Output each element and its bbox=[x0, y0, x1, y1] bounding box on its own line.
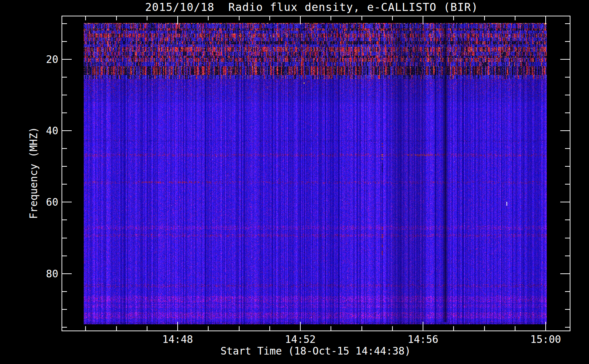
axis-tick bbox=[545, 16, 546, 24]
axis-tick bbox=[565, 77, 570, 78]
axis-tick bbox=[62, 77, 67, 78]
axis-tick bbox=[269, 16, 270, 20]
axis-tick bbox=[423, 322, 423, 331]
axis-tick bbox=[453, 16, 454, 20]
axis-tick bbox=[208, 16, 209, 20]
axis-tick bbox=[62, 291, 67, 292]
axis-tick bbox=[361, 326, 362, 331]
axis-tick bbox=[62, 23, 67, 24]
axis-tick bbox=[62, 59, 72, 60]
axis-tick bbox=[62, 256, 67, 256]
axis-tick bbox=[565, 112, 570, 113]
axis-tick bbox=[361, 16, 362, 20]
axis-tick bbox=[269, 326, 270, 331]
axis-tick bbox=[62, 184, 67, 185]
axis-tick bbox=[565, 256, 570, 256]
axis-tick bbox=[484, 16, 485, 20]
axis-tick bbox=[423, 16, 423, 24]
axis-tick bbox=[62, 112, 67, 113]
y-tick-label: 80 bbox=[22, 268, 58, 280]
axis-tick bbox=[177, 16, 178, 24]
x-tick-label: 15:00 bbox=[517, 333, 575, 345]
axis-tick bbox=[565, 219, 570, 220]
axis-tick bbox=[565, 184, 570, 185]
axis-tick bbox=[62, 219, 67, 220]
axis-tick bbox=[62, 202, 72, 202]
axis-tick bbox=[565, 148, 570, 149]
axis-tick bbox=[62, 273, 72, 274]
plot-title: 2015/10/18 Radio flux density, e-CALLIST… bbox=[62, 1, 561, 13]
axis-tick bbox=[208, 326, 209, 331]
axis-tick bbox=[565, 95, 570, 95]
spectrogram-page: 2015/10/18 Radio flux density, e-CALLIST… bbox=[0, 0, 589, 364]
axis-tick bbox=[62, 309, 67, 310]
axis-tick bbox=[239, 326, 240, 331]
axis-tick bbox=[331, 16, 331, 20]
axis-tick bbox=[560, 130, 570, 131]
axis-tick bbox=[62, 95, 67, 95]
axis-tick bbox=[565, 309, 570, 310]
axis-tick bbox=[515, 326, 515, 331]
axis-tick bbox=[62, 148, 67, 149]
axis-tick bbox=[560, 273, 570, 274]
x-tick-label: 14:52 bbox=[271, 333, 329, 345]
axis-tick bbox=[147, 16, 147, 20]
x-tick-label: 14:48 bbox=[149, 333, 207, 345]
axis-tick bbox=[545, 322, 546, 331]
axis-tick bbox=[560, 59, 570, 60]
axis-tick bbox=[565, 291, 570, 292]
axis-tick bbox=[62, 41, 67, 42]
axis-tick bbox=[300, 322, 301, 331]
axis-tick bbox=[484, 326, 485, 331]
spectrogram-image bbox=[84, 23, 547, 324]
axis-tick bbox=[62, 238, 67, 238]
axis-tick bbox=[239, 16, 240, 20]
y-tick-label: 20 bbox=[22, 54, 58, 66]
axis-tick bbox=[62, 327, 67, 328]
axis-tick bbox=[116, 326, 117, 331]
axis-tick bbox=[565, 166, 570, 167]
axis-tick bbox=[515, 16, 515, 20]
x-axis-label: Start Time (18-Oct-15 14:44:38) bbox=[62, 345, 569, 357]
axis-tick bbox=[62, 166, 67, 167]
axis-tick bbox=[565, 327, 570, 328]
axis-tick bbox=[453, 326, 454, 331]
axis-tick bbox=[565, 238, 570, 238]
axis-tick bbox=[116, 16, 117, 20]
x-tick-label: 14:56 bbox=[394, 333, 452, 345]
axis-tick bbox=[85, 16, 86, 20]
axis-tick bbox=[565, 41, 570, 42]
y-axis-label: Frequency (MHZ) bbox=[28, 127, 40, 219]
axis-tick bbox=[392, 326, 393, 331]
axis-tick bbox=[392, 16, 393, 20]
axis-tick bbox=[147, 326, 147, 331]
axis-tick bbox=[331, 326, 331, 331]
axis-tick bbox=[177, 322, 178, 331]
axis-tick bbox=[300, 16, 301, 24]
axis-tick bbox=[560, 202, 570, 202]
axis-tick bbox=[85, 326, 86, 331]
axis-tick bbox=[62, 130, 72, 131]
axis-tick bbox=[565, 23, 570, 24]
